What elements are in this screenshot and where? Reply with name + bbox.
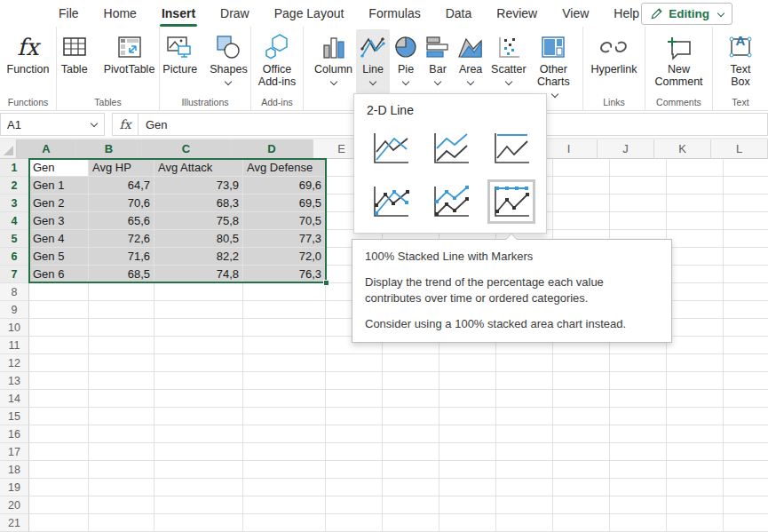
cell-E12[interactable]: [326, 354, 383, 372]
area-chart-button[interactable]: Area: [454, 29, 487, 86]
cell-F20[interactable]: [383, 496, 439, 514]
cell-E17[interactable]: [326, 443, 383, 461]
cell-K2[interactable]: [667, 177, 724, 195]
cell-J3[interactable]: [610, 195, 667, 212]
cell-D10[interactable]: [243, 319, 326, 337]
cell-F12[interactable]: [383, 354, 439, 372]
cell-A17[interactable]: [29, 443, 89, 461]
cell-B14[interactable]: [89, 390, 154, 408]
row-header-15[interactable]: 15: [0, 408, 29, 425]
cell-K20[interactable]: [667, 496, 724, 514]
cell-B4[interactable]: 65,6: [89, 212, 154, 230]
cell-D14[interactable]: [243, 390, 326, 408]
cell-C2[interactable]: 73,9: [154, 177, 243, 195]
cell-I19[interactable]: [553, 479, 610, 496]
cell-D7[interactable]: 76,3: [243, 266, 326, 283]
cell-C9[interactable]: [154, 301, 243, 319]
cell-C18[interactable]: [154, 461, 243, 479]
cell-B19[interactable]: [89, 479, 154, 496]
row-header-21[interactable]: 21: [0, 514, 29, 532]
cell-L12[interactable]: [724, 354, 768, 372]
cell-E18[interactable]: [326, 461, 383, 479]
text-box-button[interactable]: A Text Box: [724, 29, 757, 90]
cell-I17[interactable]: [553, 443, 610, 461]
column-header-I[interactable]: I: [541, 139, 598, 159]
cell-A12[interactable]: [29, 354, 89, 372]
cell-H15[interactable]: [496, 408, 553, 425]
row-header-9[interactable]: 9: [0, 301, 29, 319]
cell-J15[interactable]: [610, 408, 667, 425]
stacked-line-thumbnail[interactable]: [427, 126, 475, 171]
row-header-4[interactable]: 4: [0, 212, 29, 230]
menu-draw[interactable]: Draw: [208, 1, 262, 27]
row-header-13[interactable]: 13: [0, 372, 29, 390]
cell-K12[interactable]: [667, 354, 724, 372]
cell-D15[interactable]: [243, 408, 326, 425]
row-header-1[interactable]: 1: [0, 159, 29, 177]
cell-C3[interactable]: 68,3: [154, 195, 243, 212]
cell-I15[interactable]: [553, 408, 610, 425]
cell-B9[interactable]: [89, 301, 154, 319]
cell-B18[interactable]: [89, 461, 154, 479]
cell-L21[interactable]: [724, 514, 768, 532]
cell-F14[interactable]: [383, 390, 439, 408]
function-button[interactable]: fx Function: [4, 29, 53, 77]
cell-I4[interactable]: [553, 212, 610, 230]
cell-J1[interactable]: [610, 159, 667, 177]
insert-function-button[interactable]: fx: [112, 113, 139, 136]
cell-L19[interactable]: [724, 479, 768, 496]
cell-L18[interactable]: [724, 461, 768, 479]
cell-D12[interactable]: [243, 354, 326, 372]
cell-K18[interactable]: [667, 461, 724, 479]
picture-button[interactable]: Picture: [159, 29, 201, 77]
cell-I16[interactable]: [553, 425, 610, 443]
column-header-D[interactable]: D: [231, 139, 313, 159]
cell-C16[interactable]: [154, 425, 243, 443]
cell-L3[interactable]: [724, 195, 768, 212]
cell-A15[interactable]: [29, 408, 89, 425]
cell-G16[interactable]: [439, 425, 496, 443]
cell-B6[interactable]: 71,6: [89, 248, 154, 266]
cell-B13[interactable]: [89, 372, 154, 390]
menu-file[interactable]: File: [46, 1, 91, 27]
cell-B8[interactable]: [89, 283, 154, 301]
cell-E14[interactable]: [326, 390, 383, 408]
cell-C14[interactable]: [154, 390, 243, 408]
cell-K8[interactable]: [667, 283, 724, 301]
column-header-L[interactable]: L: [711, 139, 768, 159]
pie-chart-button[interactable]: Pie: [390, 29, 422, 86]
cell-L16[interactable]: [724, 425, 768, 443]
cell-J13[interactable]: [610, 372, 667, 390]
row-header-18[interactable]: 18: [0, 461, 29, 479]
cell-J4[interactable]: [610, 212, 667, 230]
line-chart-button[interactable]: Line: [356, 29, 390, 96]
cell-C6[interactable]: 82,2: [154, 248, 243, 266]
cell-D13[interactable]: [243, 372, 326, 390]
line-with-markers-thumbnail[interactable]: [367, 179, 415, 224]
cell-J17[interactable]: [610, 443, 667, 461]
row-header-5[interactable]: 5: [0, 230, 29, 248]
cell-J14[interactable]: [610, 390, 667, 408]
cell-K13[interactable]: [667, 372, 724, 390]
cell-J16[interactable]: [610, 425, 667, 443]
cell-K14[interactable]: [667, 390, 724, 408]
cell-L1[interactable]: [724, 159, 768, 177]
row-header-2[interactable]: 2: [0, 177, 29, 195]
column-header-J[interactable]: J: [598, 139, 654, 159]
cell-L14[interactable]: [724, 390, 768, 408]
cell-C1[interactable]: Avg Attack: [154, 159, 243, 177]
cell-F16[interactable]: [383, 425, 439, 443]
select-all-button[interactable]: [0, 139, 17, 159]
cell-A14[interactable]: [29, 390, 89, 408]
cell-L17[interactable]: [724, 443, 768, 461]
menu-review[interactable]: Review: [484, 1, 550, 27]
cell-L11[interactable]: [724, 337, 768, 354]
cell-G13[interactable]: [439, 372, 496, 390]
cell-B11[interactable]: [89, 337, 154, 354]
cell-A8[interactable]: [29, 283, 89, 301]
stacked-line-100-with-markers-thumbnail[interactable]: [487, 179, 535, 224]
cell-E19[interactable]: [326, 479, 383, 496]
cell-K15[interactable]: [667, 408, 724, 425]
cell-G12[interactable]: [439, 354, 496, 372]
cell-I12[interactable]: [553, 354, 610, 372]
